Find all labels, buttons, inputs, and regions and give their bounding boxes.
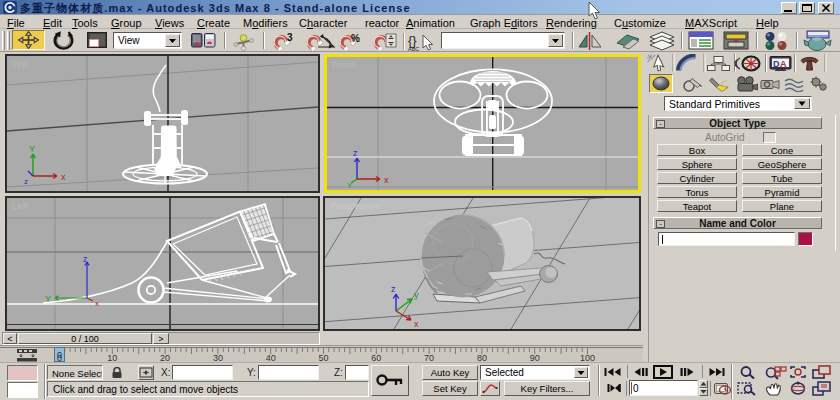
svg-text:Left: Left [12,201,29,211]
svg-text:x: x [384,175,389,185]
svg-text:y: y [414,290,419,300]
svg-text:Y: Y [29,144,35,154]
svg-text:A: A [780,59,787,69]
svg-text:x: x [414,319,419,329]
svg-text:z: z [353,148,358,158]
svg-text:x: x [61,172,66,182]
svg-text:z: z [83,254,88,264]
svg-text:Y: Y [347,181,353,190]
svg-text:%: % [351,33,360,44]
svg-text:Top: Top [12,59,28,69]
svg-text:Front: Front [332,60,355,70]
svg-text:z: z [391,284,396,294]
svg-text:ABC: ABC [408,46,419,52]
svg-text:3: 3 [287,32,293,43]
svg-text:Y: Y [45,294,51,304]
svg-text:z: z [24,177,28,186]
svg-text:Perspective: Perspective [330,201,381,211]
svg-text:D: D [773,59,780,69]
svg-text:x: x [95,299,99,308]
